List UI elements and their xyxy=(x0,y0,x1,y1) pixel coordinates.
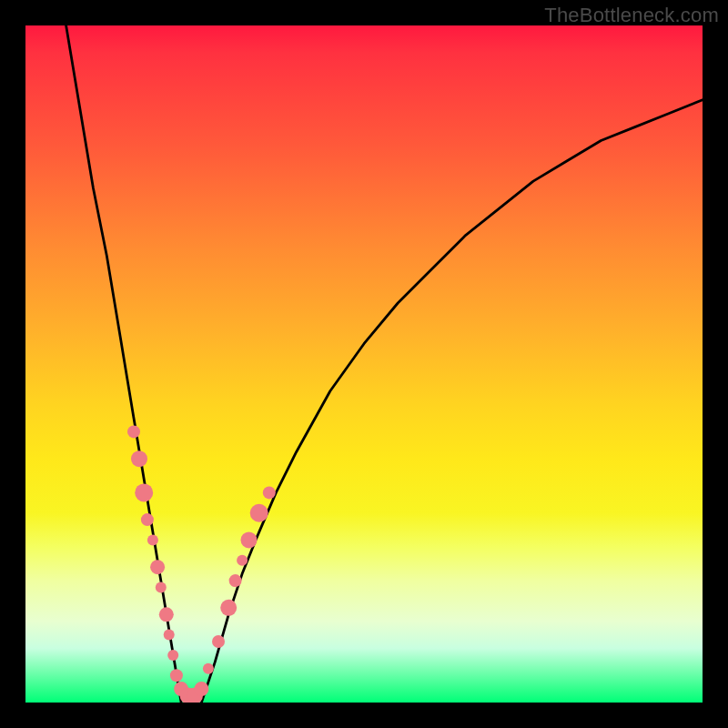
curve-left-branch xyxy=(66,25,182,703)
data-marker xyxy=(135,483,153,501)
data-marker xyxy=(150,560,165,574)
data-marker xyxy=(131,450,147,467)
data-marker xyxy=(220,600,237,616)
watermark-text: TheBottleneck.com xyxy=(544,4,719,27)
data-marker xyxy=(237,555,248,566)
data-marker xyxy=(212,635,225,648)
outer-frame: TheBottleneck.com xyxy=(0,0,728,728)
data-marker xyxy=(167,650,178,661)
data-marker xyxy=(229,574,242,587)
data-marker xyxy=(263,486,276,499)
data-marker xyxy=(241,531,258,548)
data-marker xyxy=(159,607,174,622)
data-marker xyxy=(203,663,214,674)
data-marker xyxy=(194,682,208,696)
data-marker xyxy=(147,534,158,545)
data-marker xyxy=(250,504,268,522)
data-marker xyxy=(127,425,140,438)
chart-svg xyxy=(25,25,703,703)
curve-right-branch xyxy=(201,100,703,703)
data-marker xyxy=(141,513,154,526)
data-marker xyxy=(164,630,175,641)
plot-area xyxy=(25,25,703,703)
data-marker xyxy=(156,582,167,593)
data-marker xyxy=(170,669,183,682)
